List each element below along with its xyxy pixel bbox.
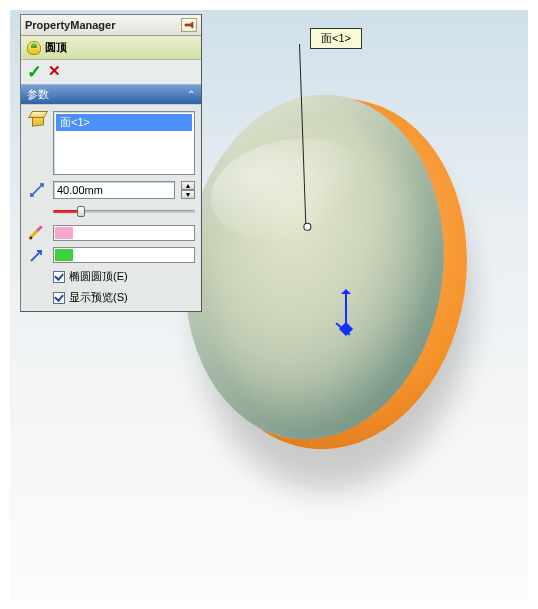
direction-row	[27, 247, 195, 263]
preview-checkbox[interactable]	[53, 292, 65, 304]
spin-up-button[interactable]: ▲	[181, 181, 195, 190]
distance-slider[interactable]	[53, 205, 195, 219]
face-selection-list[interactable]: 面<1>	[53, 111, 195, 175]
elliptical-label: 椭圆圆顶(E)	[69, 269, 128, 284]
face-callout[interactable]: 面<1>	[310, 28, 362, 49]
pink-swatch	[55, 227, 73, 239]
params-section-header[interactable]: 参数 ⌃	[21, 84, 201, 104]
feature-name: 圆顶	[45, 40, 67, 55]
preview-check-row: 显示预览(S)	[53, 290, 195, 305]
direction-icon	[27, 247, 47, 263]
distance-row: 40.00mm ▲ ▼	[27, 181, 195, 199]
spin-down-button[interactable]: ▼	[181, 190, 195, 199]
panel-title-bar[interactable]: PropertyManager	[21, 15, 201, 36]
distance-input[interactable]: 40.00mm	[53, 181, 175, 199]
selected-face-item[interactable]: 面<1>	[56, 114, 192, 131]
distance-spinner[interactable]: ▲ ▼	[181, 181, 195, 199]
face-selection-row: 面<1>	[27, 111, 195, 175]
slider-thumb[interactable]	[77, 206, 85, 217]
panel-title: PropertyManager	[25, 19, 115, 31]
sketch-icon	[27, 226, 47, 240]
params-section-body: 面<1> 40.00mm ▲ ▼	[21, 104, 201, 311]
elliptical-check-row: 椭圆圆顶(E)	[53, 269, 195, 284]
origin-triad[interactable]	[330, 290, 370, 350]
collapse-icon: ⌃	[187, 89, 195, 100]
boundary-sketch-row	[27, 225, 195, 241]
triad-origin	[339, 322, 353, 336]
preview-label: 显示预览(S)	[69, 290, 128, 305]
svg-point-0	[30, 237, 33, 240]
triad-z-axis	[345, 290, 347, 326]
direction-swatch[interactable]	[53, 247, 195, 263]
feature-header: 圆顶	[21, 36, 201, 60]
green-swatch	[55, 249, 73, 261]
face-select-icon	[27, 111, 47, 127]
distance-icon	[27, 182, 47, 198]
pushpin-button[interactable]	[181, 18, 197, 32]
ok-button[interactable]: ✓	[27, 63, 42, 81]
distance-value: 40.00mm	[57, 184, 103, 196]
confirm-row: ✓ ✕	[21, 60, 201, 84]
slider-track	[53, 210, 195, 213]
elliptical-checkbox[interactable]	[53, 271, 65, 283]
boundary-swatch[interactable]	[53, 225, 195, 241]
section-title: 参数	[27, 87, 49, 102]
app-frame: 面<1> PropertyManager 圆顶 ✓ ✕ 参数 ⌃	[0, 0, 538, 609]
property-manager-panel: PropertyManager 圆顶 ✓ ✕ 参数 ⌃ 面<1>	[20, 14, 202, 312]
cancel-button[interactable]: ✕	[48, 63, 61, 81]
dome-feature-icon	[27, 41, 41, 55]
